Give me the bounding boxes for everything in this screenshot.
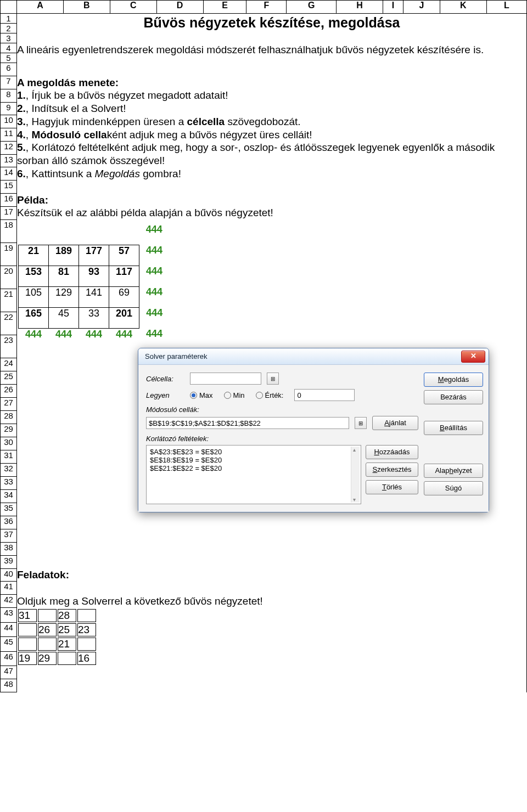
magic-square: 444 21 189 177 57 444 153 81 93 117 444 … xyxy=(18,224,170,349)
celcella-input[interactable] xyxy=(190,373,261,385)
step-4: 4., Módosuló cellaként adjuk meg a bűvös… xyxy=(17,128,526,142)
modosulo-input[interactable] xyxy=(146,417,349,429)
diag-sum-top: 444 xyxy=(139,224,170,245)
radio-min[interactable]: Min xyxy=(224,391,245,399)
celcella-label: Célcella: xyxy=(146,375,184,383)
legyen-label: Legyen xyxy=(146,391,184,399)
constraint-item[interactable]: $E$21:$E$22 = $E$20 xyxy=(150,464,357,472)
step-3: 3., Hagyjuk mindenképpen üresen a célcel… xyxy=(17,115,526,128)
torles-button[interactable]: Törlés xyxy=(366,480,418,494)
col-L: L xyxy=(486,1,526,14)
col-D: D xyxy=(156,1,203,14)
row-sum: 444 xyxy=(139,286,170,307)
col-K: K xyxy=(440,1,486,14)
bezaras-button[interactable]: Bezárás xyxy=(424,390,483,404)
col-J: J xyxy=(403,1,440,14)
step-2: 2., Indítsuk el a Solvert! xyxy=(17,102,526,115)
ertek-input[interactable] xyxy=(294,389,355,401)
magic-row: 105 129 141 69 444 xyxy=(19,286,170,307)
constraint-item[interactable]: $E$18:$E$19 = $E$20 xyxy=(150,456,357,464)
solver-dialog: Solver paraméterek ✕ Célcella: ⊞ Legyen … xyxy=(138,348,489,512)
steps-header: A megoldás menete: xyxy=(17,76,526,89)
solver-title: Solver paraméterek xyxy=(145,352,207,360)
intro-text: A lineáris egyenletrendszerek megoldási … xyxy=(17,43,526,57)
constraint-item[interactable]: $A$23:$E$23 = $E$20 xyxy=(150,448,357,456)
ref-picker-icon[interactable]: ⊞ xyxy=(267,373,279,385)
close-button[interactable]: ✕ xyxy=(461,351,485,363)
ref-picker-icon[interactable]: ⊞ xyxy=(355,417,367,429)
sugo-button[interactable]: Súgó xyxy=(424,481,483,495)
col-E: E xyxy=(203,1,246,14)
col-F: F xyxy=(246,1,287,14)
page-title: Bűvös négyzetek készítése, megoldása xyxy=(17,14,526,33)
col-C: C xyxy=(110,1,156,14)
col-sums: 444 444 444 444 444 xyxy=(19,328,170,349)
constraints-listbox[interactable]: $A$23:$E$23 = $E$20 $E$18:$E$19 = $E$20 … xyxy=(146,445,361,504)
radio-ertek[interactable]: Érték: xyxy=(256,391,284,399)
col-H: H xyxy=(337,1,383,14)
ajanlat-button[interactable]: Ajánlat xyxy=(372,416,418,430)
step-1: 1., Írjuk be a bűvös négyzet megadott ad… xyxy=(17,89,526,102)
spreadsheet-grid: A B C D E F G H I J K L 1 Bűvös négyzete… xyxy=(0,0,527,692)
szerkesztes-button[interactable]: Szerkesztés xyxy=(366,463,418,477)
step-6: 6., Kattintsunk a Megoldás gombra! xyxy=(17,167,526,181)
alaphelyzet-button[interactable]: Alaphelyzet xyxy=(424,464,483,478)
row-sum: 444 xyxy=(139,307,170,328)
tasks-header: Feladatok: xyxy=(17,568,526,582)
example-text: Készítsük el az alábbi példa alapján a b… xyxy=(17,206,526,219)
solver-titlebar[interactable]: Solver paraméterek ✕ xyxy=(138,348,489,365)
col-A: A xyxy=(17,1,64,14)
row-sum: 444 xyxy=(139,266,170,286)
row-sum: 444 xyxy=(139,245,170,266)
beallitas-button[interactable]: Beállítás xyxy=(424,421,483,435)
tasks-text: Oldjuk meg a Solverrel a következő bűvös… xyxy=(17,595,526,608)
task-magic-square: 3128 262523 21 192916 xyxy=(17,608,97,666)
scrollbar[interactable] xyxy=(351,447,360,503)
col-B: B xyxy=(63,1,110,14)
step-5: 5., Korlátozó feltételként adjuk meg, ho… xyxy=(17,141,526,167)
radio-max[interactable]: Max xyxy=(190,391,213,399)
column-headers: A B C D E F G H I J K L xyxy=(1,1,527,14)
example-label: Példa: xyxy=(17,194,526,207)
magic-row: 21 189 177 57 444 xyxy=(19,245,170,266)
modosulo-label: Módosuló cellák: xyxy=(146,405,418,414)
col-I: I xyxy=(383,1,403,14)
korlatozo-label: Korlátozó feltételek: xyxy=(146,435,418,443)
magic-row: 165 45 33 201 444 xyxy=(19,307,170,328)
hozzaadas-button[interactable]: Hozzáadás xyxy=(366,445,418,459)
megoldas-button[interactable]: Megoldás xyxy=(424,373,483,387)
magic-row: 153 81 93 117 444 xyxy=(19,266,170,286)
col-G: G xyxy=(287,1,337,14)
